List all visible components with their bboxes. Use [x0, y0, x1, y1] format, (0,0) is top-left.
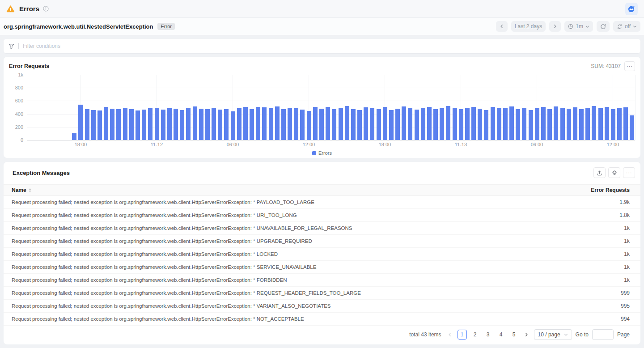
chart-bar-slot: [331, 75, 337, 140]
time-next-button[interactable]: [549, 21, 561, 32]
entity-title: org.springframework.web.util.NestedServl…: [4, 23, 153, 30]
chart-bar-slot: [115, 75, 122, 140]
table-row[interactable]: Request processing failed; nested except…: [4, 261, 640, 274]
pagination-page-5[interactable]: 5: [509, 330, 519, 340]
table-row[interactable]: Request processing failed; nested except…: [4, 274, 640, 287]
error-count: 999: [621, 290, 630, 296]
chart-bar: [167, 108, 172, 140]
settings-button[interactable]: [608, 167, 620, 178]
chart-bar: [110, 109, 114, 140]
chart-bar-slot: [255, 75, 261, 140]
sort-icon[interactable]: [29, 188, 31, 192]
chart-bar: [529, 110, 533, 140]
table-row[interactable]: Request processing failed; nested except…: [4, 196, 640, 209]
time-range-button[interactable]: Last 2 days: [511, 21, 546, 32]
chart-bar-slot: [97, 75, 103, 140]
error-count: 995: [621, 303, 630, 309]
chart-bar-slot: [350, 75, 356, 140]
step-dropdown[interactable]: 1m: [564, 21, 593, 32]
chart-bar-slot: [528, 75, 534, 140]
pagination-next-button[interactable]: [522, 332, 530, 337]
filter-box[interactable]: [4, 39, 640, 53]
column-name-label: Name: [12, 187, 26, 193]
page-size-select[interactable]: 10 / page: [534, 329, 572, 340]
chart-bar: [630, 115, 634, 140]
error-count: 994: [621, 316, 630, 322]
chart-bar-slot: [591, 75, 597, 140]
chart-bar: [186, 108, 191, 140]
chart-bar: [262, 107, 267, 140]
pagination-page-4[interactable]: 4: [496, 330, 506, 340]
chart-bar: [497, 108, 501, 140]
exception-name: Request processing failed; nested except…: [12, 212, 619, 218]
chart-bar-slot: [394, 75, 401, 140]
status-badge: Error: [157, 23, 174, 30]
table-row[interactable]: Request processing failed; nested except…: [4, 287, 640, 300]
chart-bar: [465, 108, 470, 140]
chart-bar-slot: [407, 75, 413, 140]
pagination-page-1[interactable]: 1: [458, 330, 467, 340]
chart-bar: [427, 107, 432, 140]
table-row[interactable]: Request processing failed; nested except…: [4, 235, 640, 248]
app-header: Errors: [0, 0, 644, 18]
error-count: 1k: [624, 264, 630, 270]
column-header-name[interactable]: Name: [12, 187, 31, 193]
chart-bar: [623, 107, 628, 140]
chart-bar: [339, 108, 343, 140]
refresh-icon: [600, 24, 606, 30]
info-icon[interactable]: [43, 6, 49, 12]
exception-name: Request processing failed; nested except…: [12, 264, 624, 270]
table-row[interactable]: Request processing failed; nested except…: [4, 222, 640, 235]
chart-bar: [237, 108, 242, 140]
chart-bar-slot: [71, 75, 77, 140]
chart-bar-slot: [65, 75, 71, 140]
chart-legend[interactable]: Errors: [9, 149, 635, 157]
chart-bar: [269, 108, 273, 140]
export-button[interactable]: [593, 167, 606, 178]
pagination-page-3[interactable]: 3: [483, 330, 493, 340]
chart-bar: [433, 109, 438, 140]
filter-conditions-input[interactable]: [23, 43, 636, 49]
table-row[interactable]: Request processing failed; nested except…: [4, 209, 640, 222]
pagination: total 43 items 1 2 3 4 5 10 / page Go to…: [4, 326, 640, 344]
assistant-logo-button[interactable]: [625, 3, 638, 15]
chart-bar-slot: [103, 75, 109, 140]
chart-more-button[interactable]: ···: [624, 61, 635, 71]
chart-bar-slot: [27, 75, 33, 140]
y-axis-tick-label: 400: [9, 111, 23, 117]
chart-bar: [377, 109, 381, 140]
table-row[interactable]: Request processing failed; nested except…: [4, 248, 640, 261]
chart-bar-slot: [496, 75, 502, 140]
chevron-left-icon: [500, 24, 504, 29]
pagination-page-2[interactable]: 2: [470, 330, 480, 340]
table-row[interactable]: Request processing failed; nested except…: [4, 313, 640, 326]
chart-bar: [345, 106, 349, 140]
chart-bar: [174, 109, 178, 140]
table-row[interactable]: Request processing failed; nested except…: [4, 300, 640, 313]
chart-bar-slot: [122, 75, 128, 140]
chart-bar-slot: [337, 75, 343, 140]
chart-bar-slot: [413, 75, 419, 140]
refresh-button[interactable]: [597, 21, 610, 32]
chart-bar: [351, 109, 356, 140]
auto-refresh-dropdown[interactable]: off: [613, 21, 640, 32]
legend-marker-icon: [312, 151, 316, 155]
error-count: 1k: [624, 238, 630, 244]
chart-bar: [256, 107, 260, 140]
exception-name: Request processing failed; nested except…: [12, 316, 621, 322]
goto-page-input[interactable]: [592, 329, 614, 340]
chart-bar-slot: [356, 75, 363, 140]
auto-refresh-icon: [617, 24, 623, 30]
clock-icon: [568, 24, 573, 29]
table-title: Exception Messages: [13, 170, 70, 176]
chart-bar: [408, 108, 412, 140]
chart-bar: [535, 108, 539, 140]
chart-bar-slot: [375, 75, 381, 140]
table-more-button[interactable]: ···: [623, 167, 635, 178]
chart-bar: [522, 108, 526, 140]
chart-bar-slot: [553, 75, 559, 140]
y-axis-tick-label: 200: [9, 124, 23, 130]
chart-bar-slot: [236, 75, 242, 140]
pagination-prev-button[interactable]: [446, 332, 454, 337]
time-prev-button[interactable]: [496, 21, 508, 32]
